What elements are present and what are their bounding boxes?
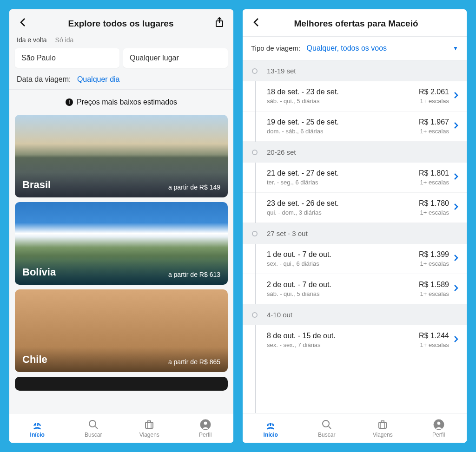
tab-home[interactable]: Início <box>9 413 66 443</box>
deal-stops: 1+ escalas <box>419 290 449 297</box>
tab-label: Perfil <box>432 432 445 438</box>
deal-price-col: R$ 1.589 1+ escalas <box>419 281 449 297</box>
deal-row[interactable]: 18 de set. - 23 de set. sáb. - qui., 5 d… <box>243 81 467 111</box>
deal-info: 19 de set. - 25 de set. dom. - sáb., 6 d… <box>267 118 419 135</box>
week-header: 4-10 out <box>243 304 467 325</box>
share-icon[interactable] <box>213 16 226 31</box>
week-label: 20-26 set <box>267 148 296 156</box>
header: Melhores ofertas para Maceió <box>243 9 467 36</box>
deal-row[interactable]: 8 de out. - 15 de out. sex. - sex., 7 di… <box>243 325 467 355</box>
destination-card-brasil[interactable]: Brasil a partir de R$ 149 <box>15 115 228 197</box>
deal-price-col: R$ 2.061 1+ escalas <box>419 88 449 105</box>
deal-info: 2 de out. - 7 de out. sáb. - qui., 5 diá… <box>267 281 419 297</box>
deal-price-col: R$ 1.801 1+ escalas <box>419 169 449 186</box>
origin-input[interactable]: São Paulo <box>15 48 119 68</box>
suitcase-icon <box>377 419 389 431</box>
destination-input[interactable]: Qualquer lugar <box>123 48 228 68</box>
deal-info: 21 de set. - 27 de set. ter. - seg., 6 d… <box>267 169 419 186</box>
profile-icon <box>199 419 212 431</box>
tab-bar: Início Buscar Viagens Perfil <box>243 413 467 443</box>
tab-roundtrip[interactable]: Ida e volta <box>17 36 47 44</box>
dest-price: a partir de R$ 149 <box>168 183 220 191</box>
deal-meta: ter. - seg., 6 diárias <box>267 179 419 186</box>
tab-oneway[interactable]: Só ida <box>55 36 74 44</box>
explore-screen: Explore todos os lugares Ida e volta Só … <box>9 9 233 443</box>
tab-profile[interactable]: Perfil <box>411 413 467 443</box>
tab-label: Início <box>264 432 278 438</box>
deal-stops: 1+ escalas <box>419 128 449 135</box>
deal-stops: 1+ escalas <box>419 341 449 348</box>
deal-price: R$ 1.801 <box>419 169 449 177</box>
deal-price: R$ 2.061 <box>419 88 449 96</box>
deal-dates: 21 de set. - 27 de set. <box>267 169 419 177</box>
page-title: Melhores ofertas para Maceió <box>294 19 418 29</box>
deal-row[interactable]: 23 de set. - 26 de set. qui. - dom., 3 d… <box>243 193 467 223</box>
svg-rect-9 <box>145 422 153 428</box>
destination-list: Brasil a partir de R$ 149 Bolívia a part… <box>9 115 233 391</box>
deal-row[interactable]: 1 de out. - 7 de out. sex. - qui., 6 diá… <box>243 244 467 274</box>
deals-timeline: 13-19 set 18 de set. - 23 de set. sáb. -… <box>243 60 467 413</box>
tab-bar: Início Buscar Viagens Perfil <box>9 413 233 443</box>
tab-search[interactable]: Buscar <box>66 413 122 443</box>
suitcase-icon <box>143 419 155 431</box>
tab-label: Início <box>30 432 45 438</box>
chevron-right-icon <box>454 173 458 183</box>
deal-stops: 1+ escalas <box>419 209 449 216</box>
deal-price: R$ 1.780 <box>419 199 449 208</box>
tab-search[interactable]: Buscar <box>299 413 355 443</box>
deal-dates: 2 de out. - 7 de out. <box>267 281 419 289</box>
tab-trips[interactable]: Viagens <box>121 413 178 443</box>
deal-meta: dom. - sáb., 6 diárias <box>267 128 419 135</box>
deal-price-col: R$ 1.399 1+ escalas <box>419 250 449 267</box>
destination-card-chile[interactable]: Chile a partir de R$ 865 <box>15 289 228 372</box>
back-button[interactable] <box>17 16 29 32</box>
timeline-dot-icon <box>252 150 258 155</box>
svg-line-20 <box>329 426 331 429</box>
home-icon <box>264 419 277 431</box>
deal-price-col: R$ 1.780 1+ escalas <box>419 199 449 216</box>
svg-line-17 <box>269 423 269 426</box>
dest-price: a partir de R$ 613 <box>168 271 220 278</box>
deal-stops: 1+ escalas <box>419 260 449 267</box>
tab-profile[interactable]: Perfil <box>178 413 234 443</box>
week-label: 13-19 set <box>267 67 296 75</box>
trip-type-dropdown[interactable]: Tipo de viagem: Qualquer, todos os voos … <box>243 37 467 60</box>
svg-line-6 <box>39 423 39 426</box>
price-info-text: Preços mais baixos estimados <box>77 98 177 106</box>
tab-home[interactable]: Início <box>243 413 299 443</box>
deal-info: 18 de set. - 23 de set. sáb. - qui., 5 d… <box>267 88 419 105</box>
deal-row[interactable]: 19 de set. - 25 de set. dom. - sáb., 6 d… <box>243 111 467 142</box>
tab-label: Perfil <box>199 432 212 438</box>
chevron-right-icon <box>454 284 458 294</box>
home-icon <box>31 419 43 431</box>
tab-label: Buscar <box>318 432 335 438</box>
week-header: 13-19 set <box>243 60 467 81</box>
deal-row[interactable]: 21 de set. - 27 de set. ter. - seg., 6 d… <box>243 163 467 193</box>
deal-info: 8 de out. - 15 de out. sex. - sex., 7 di… <box>267 332 419 348</box>
deal-row[interactable]: 2 de out. - 7 de out. sáb. - qui., 5 diá… <box>243 274 467 304</box>
date-row: Data da viagem: Qualquer dia <box>9 72 233 89</box>
svg-point-7 <box>89 420 96 427</box>
timeline-dot-icon <box>252 68 258 74</box>
chevron-right-icon <box>454 92 458 101</box>
deal-info: 1 de out. - 7 de out. sex. - qui., 6 diá… <box>267 250 419 267</box>
week-header: 20-26 set <box>243 142 467 163</box>
svg-line-16 <box>273 424 274 426</box>
chevron-right-icon <box>454 203 458 213</box>
date-value-link[interactable]: Qualquer dia <box>77 75 120 83</box>
deal-dates: 23 de set. - 26 de set. <box>267 199 419 208</box>
back-button[interactable] <box>250 16 262 32</box>
dest-name: Bolívia <box>22 266 56 278</box>
tab-trips[interactable]: Viagens <box>355 413 411 443</box>
destination-card-partial[interactable] <box>15 377 228 391</box>
deal-meta: sáb. - qui., 5 diárias <box>267 290 419 297</box>
dropdown-icon: ▼ <box>453 45 458 52</box>
deal-info: 23 de set. - 26 de set. qui. - dom., 3 d… <box>267 199 419 216</box>
trip-type-tabs: Ida e volta Só ida <box>9 36 233 48</box>
destination-card-bolivia[interactable]: Bolívia a partir de R$ 613 <box>15 202 228 285</box>
profile-icon <box>433 419 445 431</box>
deal-price-col: R$ 1.244 1+ escalas <box>419 332 449 348</box>
timeline-dot-icon <box>252 312 258 318</box>
deal-price: R$ 1.399 <box>419 250 449 259</box>
deal-meta: sáb. - qui., 5 diárias <box>267 98 419 105</box>
